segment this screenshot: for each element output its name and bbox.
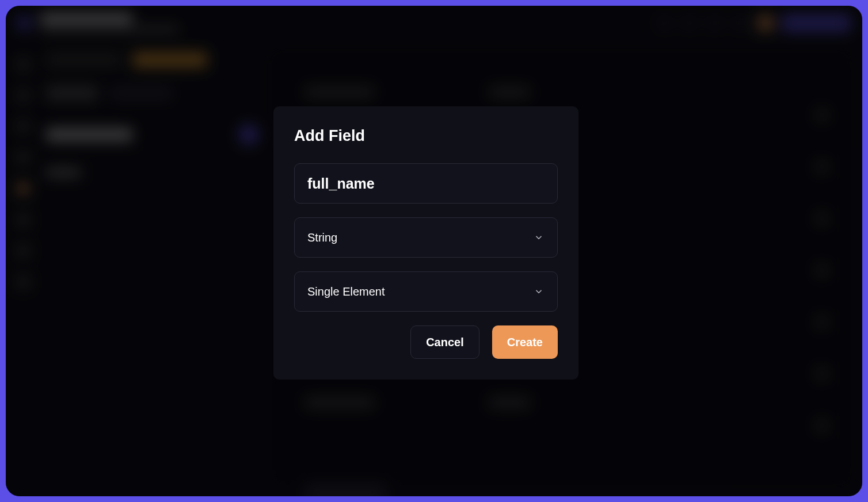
field-cardinality-value: Single Element — [307, 285, 385, 298]
add-field-modal: Add Field String Single Element Cancel C… — [273, 106, 578, 380]
field-type-value: String — [307, 231, 337, 244]
app-frame: Add Field String Single Element Cancel C… — [6, 6, 862, 496]
modal-title: Add Field — [294, 127, 558, 145]
chevron-down-icon — [533, 286, 545, 297]
field-name-input[interactable] — [294, 163, 558, 204]
create-button[interactable]: Create — [492, 325, 558, 359]
chevron-down-icon — [533, 232, 545, 243]
field-cardinality-select[interactable]: Single Element — [294, 271, 558, 312]
modal-actions: Cancel Create — [294, 325, 558, 359]
cancel-button[interactable]: Cancel — [410, 325, 479, 359]
field-type-select[interactable]: String — [294, 217, 558, 258]
